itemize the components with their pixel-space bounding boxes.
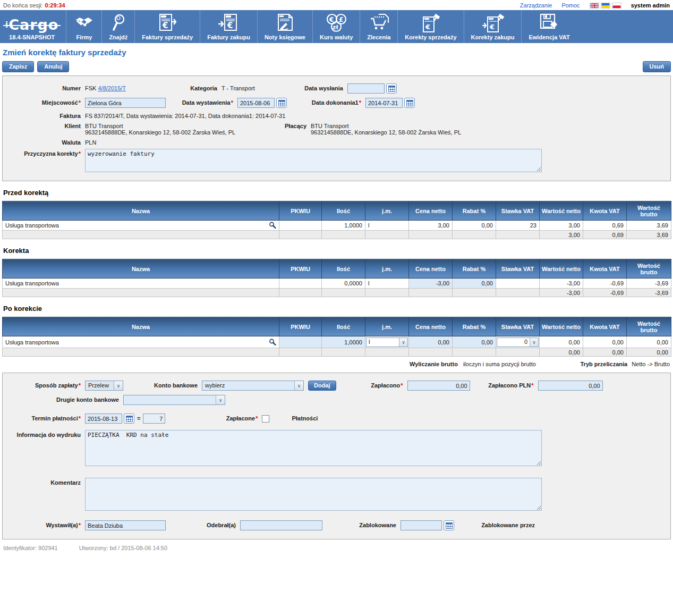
cancel-button[interactable]: Anuluj (37, 61, 69, 72)
table-korekta: Nazwa PKWIU Ilość j.m. Cena netto Rabat … (2, 259, 671, 297)
col-ilosc: Ilość (322, 201, 365, 221)
help-link[interactable]: Pomoc (561, 2, 580, 9)
app-version: 18.4-SNAPSHOT (9, 34, 55, 40)
sposob-zaplaty-select[interactable]: Przelew∨ (85, 381, 123, 391)
col-kwota-vat: Kwota VAT (583, 201, 627, 221)
nav-item-faktury-sprzedazy[interactable]: € Faktury sprzedaży (134, 10, 200, 43)
termin-platnosci-input[interactable] (85, 414, 122, 424)
col-rabat: Rabat % (453, 201, 496, 221)
komentarz-label: Komentarz (3, 478, 85, 486)
add-bank-account-button[interactable]: Dodaj (308, 381, 336, 391)
chevron-down-icon: ∨ (294, 381, 303, 390)
note-icon (274, 13, 295, 33)
zablokowane-calendar-icon[interactable] (444, 520, 454, 530)
nav-item-zlecenia[interactable]: Zlecenia (360, 10, 397, 43)
col-cena-netto: Cena netto (409, 317, 453, 336)
management-link[interactable]: Zarządzanie (520, 2, 552, 9)
vat-icon (538, 13, 561, 33)
uk-flag-icon[interactable] (590, 3, 599, 9)
chevron-down-icon: ∨ (530, 338, 538, 347)
nav-item-firmy[interactable]: Firmy (66, 10, 101, 43)
wystawil-label: Wystawił(a)* (3, 520, 85, 528)
nav-item-ewidencja-vat[interactable]: Ewidencja VAT (521, 10, 576, 43)
chevron-down-icon: ∨ (399, 338, 407, 347)
delete-button[interactable]: Usuń (643, 61, 671, 72)
col-stawka-vat: Stawka VAT (496, 201, 540, 221)
zaplacono-pln-input[interactable] (538, 381, 603, 391)
stawka-vat-select[interactable]: 0∨ (497, 337, 539, 347)
termin-platnosci-calendar-icon[interactable] (124, 414, 134, 424)
correction-sale-icon: € (419, 13, 442, 33)
action-button-row: Zapisz Anuluj Usuń (0, 60, 673, 75)
numer-link[interactable]: 4/8/2015/T (98, 85, 126, 91)
app-logo[interactable]: iCargo 18.4-SNAPSHOT (0, 10, 66, 43)
lookup-magnifier-icon[interactable] (269, 222, 276, 229)
data-dokonania-input[interactable] (365, 98, 403, 108)
lookup-magnifier-icon[interactable] (269, 339, 276, 346)
konto-bankowe-select[interactable]: wybierz∨ (202, 381, 304, 391)
miejscowosc-label: Miejscowość* (3, 98, 85, 106)
drugie-konto-label: Drugie konto bankowe (3, 395, 123, 403)
zablokowane-input[interactable] (401, 520, 442, 530)
data-wyslania-label: Data wysłania (304, 83, 347, 91)
jm-select[interactable]: l∨ (366, 337, 408, 347)
wystawil-input[interactable] (85, 520, 166, 530)
drugie-konto-select[interactable]: ∨ (123, 395, 225, 405)
data-dokonania-calendar-icon[interactable] (404, 98, 415, 108)
komentarz-textarea[interactable] (85, 478, 542, 511)
nav-item-korekty-sprzedazy[interactable]: € Korekty sprzedaży (397, 10, 463, 43)
col-pkwiu: PKWIU (279, 317, 322, 336)
informacja-wydruku-label: Informacja do wydruku (3, 430, 85, 438)
termin-platnosci-label: Termin płatności* (3, 414, 85, 421)
chevron-down-icon: ∨ (216, 395, 225, 404)
svg-text:£: £ (339, 16, 343, 23)
nav-item-korekty-zakupu[interactable]: € Korekty zakupu (464, 10, 522, 43)
payment-panel: Sposób zapłaty* Przelew∨ Konto bankowe w… (2, 373, 671, 539)
przyczyna-textarea[interactable]: wyzerowanie faktury (85, 149, 542, 172)
top-utility-bar: Do końca sesji: 0:29:34 Zarządzanie Pomo… (0, 0, 673, 10)
przyczyna-label: Przyczyzna korekty* (3, 149, 85, 157)
page-title: Zmień korektę faktury sprzedaży (0, 43, 673, 60)
col-jm: j.m. (365, 201, 409, 221)
tryb-przeliczania-value: Netto -> Brutto (632, 361, 670, 367)
search-icon (110, 13, 126, 33)
col-wartosc-brutto: Wartość brutto (627, 317, 671, 336)
waluta-label: Waluta (3, 138, 85, 146)
nav-item-faktury-zakupu[interactable]: € Faktury zakupu (200, 10, 257, 43)
col-wartosc-netto: Wartość netto (540, 259, 583, 279)
data-wystawienia-label: Data wystawienia* (166, 98, 237, 106)
data-wyslania-calendar-icon[interactable] (386, 83, 397, 94)
table-sum-row: -3,00 -0,69 -3,69 (3, 289, 671, 297)
table-przed-korekta: Nazwa PKWIU Ilość j.m. Cena netto Rabat … (2, 201, 671, 239)
miejscowosc-input[interactable] (85, 98, 166, 108)
sposob-zaplaty-label: Sposób zapłaty* (3, 381, 85, 389)
col-nazwa: Nazwa (3, 201, 279, 221)
data-dokonania-label: Data dokonania1* (287, 98, 365, 106)
ukraine-flag-icon[interactable] (601, 3, 610, 9)
informacja-wydruku-textarea[interactable]: PIECZĄTKA KRD na stałe (85, 430, 542, 466)
nav-item-noty-ksiegowe[interactable]: Noty księgowe (257, 10, 312, 43)
zaplacone-checkbox[interactable] (262, 415, 269, 423)
col-jm: j.m. (365, 317, 409, 336)
icargo-logo: iCargo (5, 17, 58, 33)
currency-icon: €£zł (325, 13, 348, 33)
faktura-label: Faktura (3, 111, 85, 119)
data-wystawienia-calendar-icon[interactable] (276, 98, 287, 108)
nav-item-kurs-waluty[interactable]: €£zł Kurs waluty (312, 10, 360, 43)
logged-in-user: system admin (631, 2, 670, 9)
odebral-input[interactable] (240, 520, 322, 530)
save-button[interactable]: Zapisz (2, 61, 34, 72)
poland-flag-icon[interactable] (612, 3, 621, 9)
data-wystawienia-input[interactable] (237, 98, 275, 108)
termin-days-input[interactable] (143, 414, 165, 424)
session-countdown-time: 0:29:34 (45, 2, 65, 9)
invoice-header-panel: Numer FSK 4/8/2015/T Kategoria T - Trans… (2, 75, 671, 181)
handshake-icon (73, 13, 95, 33)
table-sum-row: 0,00 0,00 0,00 (3, 348, 671, 357)
nav-item-znajdz[interactable]: Znajdź (101, 10, 134, 43)
zaplacono-input[interactable] (407, 381, 470, 391)
zablokowane-przez-label: Zablokowane przez (454, 520, 539, 528)
data-wyslania-input[interactable] (347, 83, 385, 94)
language-switcher (590, 3, 621, 9)
svg-text:€: € (425, 23, 430, 31)
